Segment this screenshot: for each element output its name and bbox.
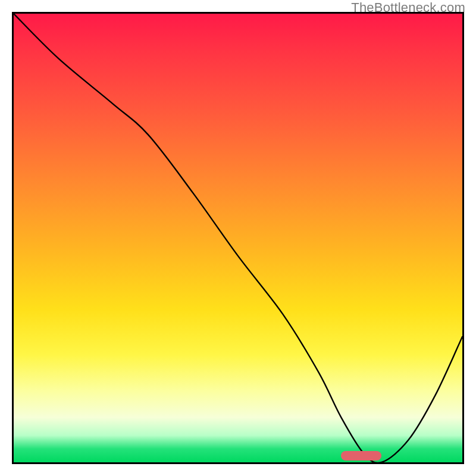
plot-area (12, 12, 464, 464)
bottleneck-curve (14, 14, 462, 462)
chart-container: TheBottleneck.com (0, 0, 476, 476)
minimum-marker (341, 451, 381, 461)
